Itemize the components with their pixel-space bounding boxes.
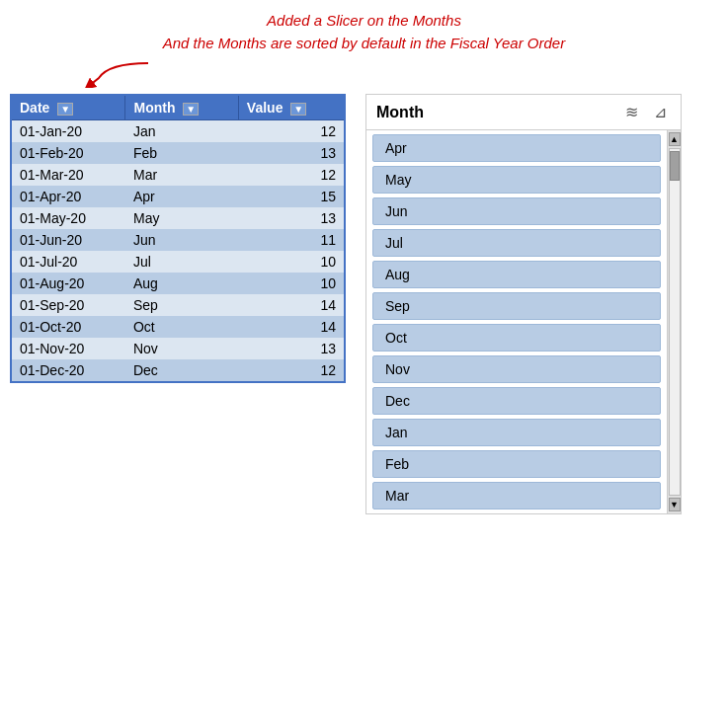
slicer-item[interactable]: Dec (372, 387, 661, 415)
data-table-wrapper: Date ▼ Month ▼ Value ▼ 01-Jan-20Jan1201-… (10, 94, 346, 514)
slicer-title: Month (376, 104, 424, 121)
slicer-icon-group: ≋ ⊿ (621, 101, 671, 123)
cell-date: 01-Jan-20 (11, 120, 125, 143)
slicer-item[interactable]: Nov (372, 355, 661, 383)
slicer-list: AprMayJunJulAugSepOctNovDecJanFebMar (366, 130, 667, 513)
cell-month: Sep (125, 294, 238, 316)
slicer-item[interactable]: Feb (372, 450, 661, 478)
value-header-label: Value (247, 100, 283, 116)
slicer-sort-button[interactable]: ≋ (621, 101, 642, 123)
annotation-arrow (79, 58, 158, 88)
table-row: 01-Jul-20Jul10 (11, 251, 345, 273)
slicer-header: Month ≋ ⊿ (366, 95, 681, 130)
month-header-label: Month (133, 100, 175, 116)
cell-value: 14 (238, 316, 345, 338)
cell-date: 01-Jul-20 (11, 251, 125, 273)
cell-value: 13 (238, 142, 345, 164)
cell-month: May (125, 207, 238, 229)
scroll-track (669, 148, 681, 496)
date-header-label: Date (20, 100, 49, 116)
cell-value: 15 (238, 186, 345, 207)
slicer-panel: Month ≋ ⊿ AprMayJunJulAugSepOctNovDecJan… (365, 94, 682, 514)
table-row: 01-Dec-20Dec12 (11, 359, 345, 382)
table-row: 01-Feb-20Feb13 (11, 142, 345, 164)
cell-date: 01-Feb-20 (11, 142, 125, 164)
slicer-item[interactable]: Jan (372, 419, 661, 446)
date-filter-icon[interactable]: ▼ (57, 103, 73, 116)
scroll-down-button[interactable]: ▼ (669, 498, 681, 511)
cell-month: Jan (125, 120, 238, 143)
col-header-date[interactable]: Date ▼ (11, 95, 125, 120)
scroll-up-button[interactable]: ▲ (669, 132, 681, 146)
cell-month: Mar (125, 164, 238, 186)
table-row: 01-Apr-20Apr15 (11, 186, 345, 207)
cell-month: Jul (125, 251, 238, 273)
table-row: 01-Jan-20Jan12 (11, 120, 345, 143)
cell-month: Oct (125, 316, 238, 338)
cell-month: Nov (125, 338, 238, 359)
slicer-item[interactable]: May (372, 166, 661, 194)
cell-date: 01-Oct-20 (11, 316, 125, 338)
cell-value: 11 (238, 229, 345, 251)
cell-month: Dec (125, 359, 238, 382)
cell-value: 10 (238, 251, 345, 273)
main-content: Date ▼ Month ▼ Value ▼ 01-Jan-20Jan1201-… (0, 90, 728, 518)
cell-value: 12 (238, 359, 345, 382)
cell-value: 13 (238, 207, 345, 229)
cell-date: 01-May-20 (11, 207, 125, 229)
annotation-line2: And the Months are sorted by default in … (20, 33, 708, 55)
month-filter-icon[interactable]: ▼ (183, 103, 199, 116)
annotation-line1: Added a Slicer on the Months (20, 10, 708, 33)
slicer-item[interactable]: Oct (372, 324, 661, 352)
slicer-item[interactable]: Mar (372, 482, 661, 509)
cell-value: 13 (238, 338, 345, 359)
table-row: 01-Nov-20Nov13 (11, 338, 345, 359)
slicer-item[interactable]: Jun (372, 197, 661, 225)
arrow-area (0, 58, 728, 88)
slicer-item[interactable]: Sep (372, 292, 661, 320)
cell-value: 12 (238, 164, 345, 186)
cell-date: 01-Nov-20 (11, 338, 125, 359)
table-row: 01-Oct-20Oct14 (11, 316, 345, 338)
cell-date: 01-Dec-20 (11, 359, 125, 382)
cell-date: 01-Sep-20 (11, 294, 125, 316)
table-row: 01-May-20May13 (11, 207, 345, 229)
cell-value: 10 (238, 273, 345, 294)
data-table: Date ▼ Month ▼ Value ▼ 01-Jan-20Jan1201-… (10, 94, 346, 383)
value-filter-icon[interactable]: ▼ (290, 103, 306, 116)
col-header-month[interactable]: Month ▼ (125, 95, 238, 120)
cell-month: Apr (125, 186, 238, 207)
table-row: 01-Mar-20Mar12 (11, 164, 345, 186)
cell-value: 12 (238, 120, 345, 143)
cell-date: 01-Aug-20 (11, 273, 125, 294)
cell-month: Aug (125, 273, 238, 294)
cell-value: 14 (238, 294, 345, 316)
col-header-value[interactable]: Value ▼ (238, 95, 345, 120)
cell-date: 01-Jun-20 (11, 229, 125, 251)
slicer-scrollbar: ▲ ▼ (667, 130, 681, 513)
table-row: 01-Aug-20Aug10 (11, 273, 345, 294)
table-row: 01-Jun-20Jun11 (11, 229, 345, 251)
annotation-block: Added a Slicer on the Months And the Mon… (0, 0, 728, 54)
cell-date: 01-Mar-20 (11, 164, 125, 186)
slicer-item[interactable]: Apr (372, 134, 661, 162)
slicer-filter-button[interactable]: ⊿ (650, 101, 671, 123)
slicer-item[interactable]: Aug (372, 261, 661, 288)
scroll-thumb[interactable] (670, 151, 680, 181)
slicer-item[interactable]: Jul (372, 229, 661, 257)
cell-month: Jun (125, 229, 238, 251)
cell-date: 01-Apr-20 (11, 186, 125, 207)
table-row: 01-Sep-20Sep14 (11, 294, 345, 316)
cell-month: Feb (125, 142, 238, 164)
slicer-body: AprMayJunJulAugSepOctNovDecJanFebMar ▲ ▼ (366, 130, 681, 513)
